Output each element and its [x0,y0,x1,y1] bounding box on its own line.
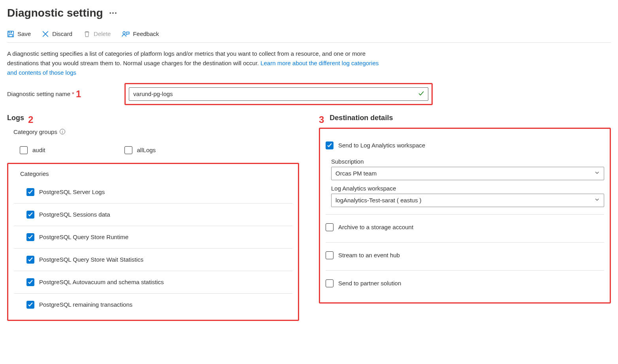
categories-list: PostgreSQL Server Logs PostgreSQL Sessio… [14,181,292,316]
category-item[interactable]: PostgreSQL remaining transactions [14,294,292,316]
subscription-label: Subscription [331,158,604,165]
page-header: Diagnostic setting ••• [7,7,611,19]
category-groups: audit allLogs [7,139,299,163]
checkbox-unchecked[interactable] [124,146,132,154]
person-icon [122,30,130,38]
category-item[interactable]: PostgreSQL Sessions data [14,204,292,226]
categories-highlight-box: Categories PostgreSQL Server Logs Postgr… [7,163,299,321]
category-item[interactable]: PostgreSQL Query Store Runtime [14,226,292,249]
category-groups-label: Category groups i [7,128,299,135]
page-title: Diagnostic setting [7,7,103,19]
checkbox-unchecked[interactable] [326,279,333,287]
checkbox-checked[interactable] [26,211,34,219]
checkbox-checked[interactable] [326,141,333,149]
checkbox-checked[interactable] [26,278,34,286]
checkbox-checked[interactable] [26,256,34,264]
name-input-highlight [124,83,433,105]
dest-partner: Send to partner solution [326,271,604,298]
send-to-law-option[interactable]: Send to Log Analytics workspace [326,138,604,153]
dest-log-analytics: Send to Log Analytics workspace Subscrip… [326,133,604,215]
main-columns: Logs 2 Category groups i audit allLogs C… [7,114,611,321]
diagnostic-name-input[interactable] [129,87,428,101]
feedback-label: Feedback [133,30,159,37]
name-label: Diagnostic setting name * 1 [7,89,81,100]
discard-label: Discard [52,30,72,37]
workspace-select[interactable]: logAnalytics-Test-sarat ( eastus ) [331,194,604,207]
delete-label: Delete [94,30,111,37]
validation-check-icon [418,90,424,98]
dest-eventhub: Stream to an event hub [326,243,604,271]
chevron-down-icon [594,170,600,177]
save-label: Save [17,30,31,37]
archive-storage-option[interactable]: Archive to a storage account [326,219,604,235]
checkbox-checked[interactable] [26,188,34,196]
checkbox-unchecked[interactable] [326,223,333,231]
svg-point-3 [123,32,125,34]
more-icon[interactable]: ••• [109,10,118,16]
categories-label: Categories [14,170,292,177]
name-row: Diagnostic setting name * 1 [7,83,611,105]
toolbar: Save Discard Delete Feedback [7,30,611,43]
category-item[interactable]: PostgreSQL Query Store Wait Statistics [14,249,292,271]
annotation-2: 2 [28,114,33,125]
checkbox-unchecked[interactable] [326,251,333,259]
destination-column: 3 Destination details Send to Log Analyt… [319,114,611,304]
subscription-select[interactable]: Orcas PM team [331,167,604,180]
category-item[interactable]: PostgreSQL Autovacuum and schema statist… [14,271,292,294]
checkbox-checked[interactable] [26,233,34,241]
discard-button[interactable]: Discard [42,30,72,38]
logs-title: Logs [7,114,24,122]
annotation-3: 3 [319,114,324,125]
send-partner-option[interactable]: Send to partner solution [326,275,604,291]
destination-highlight-box: Send to Log Analytics workspace Subscrip… [319,128,611,304]
logs-column: Logs 2 Category groups i audit allLogs C… [7,114,299,321]
svg-rect-2 [9,34,13,37]
delete-button: Delete [83,30,111,38]
save-button[interactable]: Save [7,30,31,38]
feedback-button[interactable]: Feedback [122,30,159,38]
close-icon [42,30,49,38]
category-item[interactable]: PostgreSQL Server Logs [14,181,292,204]
group-audit[interactable]: audit [20,142,45,158]
required-asterisk: * [72,91,74,97]
destination-title: Destination details [330,114,393,122]
annotation-1: 1 [76,89,81,100]
chevron-down-icon [594,197,600,204]
save-icon [7,30,14,38]
checkbox-unchecked[interactable] [20,146,28,154]
dest-storage: Archive to a storage account [326,215,604,243]
checkbox-checked[interactable] [26,301,34,309]
workspace-label: Log Analytics workspace [331,185,604,192]
svg-rect-1 [9,31,12,33]
group-alllogs[interactable]: allLogs [124,142,156,158]
info-icon[interactable]: i [60,129,65,134]
description-text: A diagnostic setting specifies a list of… [7,49,386,77]
trash-icon [83,30,90,38]
stream-eventhub-option[interactable]: Stream to an event hub [326,247,604,263]
